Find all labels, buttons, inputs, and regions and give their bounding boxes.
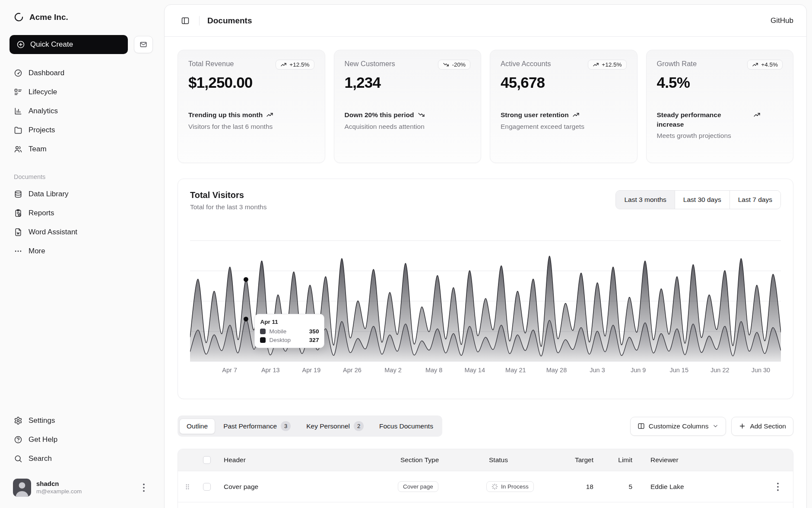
tab-count-badge: 2 [354, 421, 364, 431]
x-tick-jun-15: Jun 15 [669, 367, 688, 374]
inbox-button[interactable] [134, 36, 153, 53]
quick-create-button[interactable]: Quick Create [10, 35, 128, 54]
sidebar-item-label: Analytics [29, 107, 58, 115]
sidebar-item-analytics[interactable]: Analytics [10, 102, 153, 121]
sidebar-item-label: Word Assistant [29, 228, 77, 236]
table-row: Cover pageCover pageIn Process185Eddie L… [178, 471, 793, 502]
chart-bar-icon [14, 107, 22, 115]
trend-down-icon [418, 111, 425, 118]
sidebar-item-settings[interactable]: Settings [10, 411, 153, 430]
tooltip-series-label: Mobile [269, 328, 286, 335]
stat-card-active-accounts: Active Accounts+12.5%45,678Strong user r… [490, 50, 638, 163]
cell-target: 18 [566, 483, 603, 491]
column-header-reviewer: Reviewer [642, 456, 763, 464]
stat-label: New Customers [345, 60, 395, 68]
trend-badge-value: -20% [452, 61, 466, 68]
stat-label: Active Accounts [501, 60, 551, 68]
x-tick-jun-22: Jun 22 [710, 367, 730, 374]
search-icon [14, 454, 22, 463]
stat-foot-sub: Visitors for the last 6 months [188, 123, 314, 131]
column-header-section-type: Section Type [398, 456, 486, 464]
trend-badge-value: +12.5% [289, 61, 309, 68]
x-tick-jun-30: Jun 30 [752, 367, 771, 374]
section-type-badge: Cover page [398, 481, 438, 492]
sidebar-item-word-assistant[interactable]: Word Assistant [10, 223, 153, 242]
tooltip-series-value: 350 [309, 328, 319, 335]
trend-up-icon [593, 61, 599, 68]
stat-foot-title: Steady performance increase [657, 110, 783, 129]
chevron-down-icon [712, 423, 719, 429]
sidebar-toggle-button[interactable] [178, 13, 193, 29]
sidebar-item-label: Reports [29, 209, 54, 217]
customize-columns-button[interactable]: Customize Columns [630, 417, 726, 436]
quick-create-label: Quick Create [30, 40, 73, 49]
sidebar-item-reports[interactable]: Reports [10, 204, 153, 223]
column-header-limit: Limit [603, 456, 642, 464]
sidebar-item-projects[interactable]: Projects [10, 121, 153, 140]
sidebar-item-data-library[interactable]: Data Library [10, 185, 153, 204]
sidebar-item-dashboard[interactable]: Dashboard [10, 64, 153, 83]
sidebar-item-team[interactable]: Team [10, 140, 153, 159]
github-link[interactable]: GitHub [771, 16, 793, 25]
users-icon [14, 145, 22, 153]
add-section-button[interactable]: Add Section [731, 417, 793, 436]
stat-label: Growth Rate [657, 60, 697, 68]
select-all-checkbox[interactable] [203, 456, 211, 464]
tab-label: Focus Documents [379, 422, 433, 430]
sidebar-item-lifecycle[interactable]: Lifecycle [10, 83, 153, 102]
avatar [13, 479, 31, 497]
row-kebab-icon[interactable] [772, 481, 783, 492]
stat-foot-sub: Engagement exceed targets [501, 123, 627, 131]
file-w-icon [14, 228, 22, 236]
range-last-3-months[interactable]: Last 3 months [616, 191, 674, 209]
table-header-row: HeaderSection TypeStatusTargetLimitRevie… [178, 449, 793, 471]
chart-subtitle: Total for the last 3 months [190, 203, 266, 211]
tooltip-series-value: 327 [309, 337, 319, 343]
sidebar-item-label: Lifecycle [29, 88, 57, 96]
stat-card-total-revenue: Total Revenue+12.5%$1,250.00Trending up … [178, 50, 325, 163]
sidebar-item-label: Get Help [29, 435, 57, 444]
sidebar: Acme Inc. Quick Create DashboardLifecycl… [0, 0, 164, 508]
brand[interactable]: Acme Inc. [10, 10, 153, 25]
stat-foot-title-text: Strong user retention [501, 110, 569, 120]
drag-handle[interactable] [178, 483, 197, 491]
sidebar-item-label: More [29, 247, 45, 256]
stat-value: 1,234 [345, 74, 471, 91]
user-kebab-icon[interactable] [138, 482, 149, 493]
sidebar-item-label: Search [29, 454, 52, 463]
clipboard-icon [14, 209, 22, 217]
x-tick-apr-19: Apr 19 [302, 367, 320, 374]
row-checkbox[interactable] [203, 483, 211, 491]
visitors-card: Total Visitors Total for the last 3 mont… [178, 179, 793, 399]
main-header: Documents GitHub [165, 5, 806, 37]
tab-past-performance[interactable]: Past Performance3 [216, 417, 298, 435]
section-tabs: OutlinePast Performance3Key Personnel2Fo… [178, 415, 442, 437]
sidebar-section-documents: Documents [10, 173, 153, 180]
sidebar-item-search[interactable]: Search [10, 449, 153, 468]
mail-icon [140, 41, 147, 48]
sidebar-item-label: Settings [29, 416, 55, 425]
sections-table: HeaderSection TypeStatusTargetLimitRevie… [178, 449, 793, 508]
tab-key-personnel[interactable]: Key Personnel2 [299, 417, 371, 435]
add-section-label: Add Section [750, 422, 786, 430]
stat-foot-sub: Acquisition needs attention [345, 123, 471, 131]
column-header-status: Status [486, 456, 566, 464]
folder-icon [14, 126, 22, 134]
brand-name: Acme Inc. [29, 13, 68, 22]
sidebar-nav-main: DashboardLifecycleAnalyticsProjectsTeam [10, 64, 153, 159]
columns-icon [638, 422, 645, 430]
grip-vertical-icon [184, 483, 191, 491]
column-header-header: Header [218, 456, 398, 464]
tab-focus-documents[interactable]: Focus Documents [372, 419, 441, 434]
range-last-7-days[interactable]: Last 7 days [730, 191, 780, 209]
user-menu[interactable]: shadcn m@example.com [10, 475, 153, 500]
trend-badge: +12.5% [588, 60, 626, 70]
x-tick-may-8: May 8 [425, 367, 443, 374]
tab-outline[interactable]: Outline [179, 419, 215, 434]
trend-down-icon [443, 61, 449, 68]
sidebar-item-get-help[interactable]: Get Help [10, 430, 153, 449]
sidebar-item-more[interactable]: More [10, 242, 153, 261]
stat-foot-title: Trending up this month [188, 110, 314, 120]
range-last-30-days[interactable]: Last 30 days [675, 191, 730, 209]
section-toolbar: OutlinePast Performance3Key Personnel2Fo… [178, 415, 793, 437]
